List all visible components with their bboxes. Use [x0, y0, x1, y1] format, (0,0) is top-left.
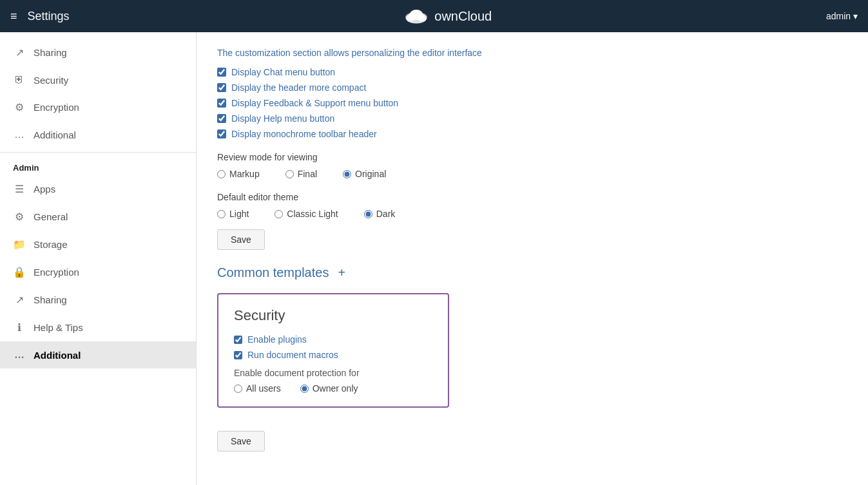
checkbox-help[interactable] — [217, 114, 226, 123]
sidebar-item-general-label: General — [34, 211, 68, 222]
checkbox-enable-plugins[interactable] — [234, 336, 242, 344]
radio-theme-light[interactable] — [217, 210, 226, 218]
sidebar-item-general[interactable]: ⚙ General — [0, 203, 196, 231]
editor-theme-radio-group: Light Classic Light Dark — [217, 209, 847, 219]
radio-theme-dark-label: Dark — [376, 209, 396, 219]
main-content: The customization section allows persona… — [197, 32, 868, 485]
settings-title: Settings — [28, 10, 70, 23]
radio-theme-classic-light[interactable] — [275, 210, 283, 218]
checkbox-feedback[interactable] — [217, 99, 226, 108]
checkbox-row-monochrome: Display monochrome toolbar header — [217, 129, 847, 139]
gear-icon: ⚙ — [13, 101, 26, 113]
add-template-button[interactable]: + — [335, 265, 348, 280]
menu-icon[interactable]: ≡ — [10, 10, 17, 23]
topnav-logo: ownCloud — [403, 7, 492, 25]
customization-checkboxes: Display Chat menu button Display the hea… — [217, 67, 847, 139]
sidebar-divider — [0, 152, 196, 153]
sidebar-item-additional-admin[interactable]: … Additional — [0, 341, 196, 368]
save-button-top[interactable]: Save — [217, 229, 265, 250]
sidebar-item-encryption-label: Encryption — [34, 102, 79, 113]
protection-radio-group: All users Owner only — [234, 383, 432, 394]
share-icon: ↗ — [13, 46, 26, 59]
checkbox-compact-label: Display the header more compact — [231, 82, 366, 93]
sidebar-item-apps[interactable]: ☰ Apps — [0, 175, 196, 203]
sidebar-item-helpandtips-label: Help & Tips — [34, 322, 83, 333]
radio-theme-classic-light-label: Classic Light — [287, 209, 338, 219]
checkbox-compact-header[interactable] — [217, 83, 226, 92]
sidebar-item-additional-admin-label: Additional — [34, 350, 81, 361]
topnav-right: admin ▾ — [826, 11, 858, 21]
sidebar-item-helpandtips[interactable]: ℹ Help & Tips — [0, 314, 196, 341]
checkbox-run-macros[interactable] — [234, 351, 242, 359]
sidebar-item-encryption[interactable]: ⚙ Encryption — [0, 93, 196, 121]
sidebar-item-security[interactable]: ⛨ Security — [0, 66, 196, 93]
checkbox-row-help: Display Help menu button — [217, 113, 847, 124]
sidebar-item-sharing-admin[interactable]: ↗ Sharing — [0, 286, 196, 314]
sidebar-item-sharing-admin-label: Sharing — [34, 294, 67, 305]
sidebar-item-storage[interactable]: 📁 Storage — [0, 231, 196, 258]
security-box-title: Security — [234, 307, 432, 324]
owncloud-logo-icon — [403, 7, 429, 25]
review-radio-original: Original — [343, 169, 386, 179]
security-checkbox-row-plugins: Enable plugins — [234, 334, 432, 345]
apps-icon: ☰ — [13, 183, 26, 195]
sidebar-item-sharing[interactable]: ↗ Sharing — [0, 39, 196, 66]
radio-original[interactable] — [343, 170, 351, 178]
checkbox-chat-label: Display Chat menu button — [231, 67, 335, 77]
radio-final[interactable] — [285, 170, 294, 178]
checkbox-monochrome[interactable] — [217, 129, 226, 138]
radio-all-users-label: All users — [246, 383, 281, 394]
brand-name: ownCloud — [434, 9, 492, 24]
shield-icon: ⛨ — [13, 74, 26, 86]
user-menu[interactable]: admin ▾ — [826, 11, 858, 21]
radio-final-label: Final — [298, 169, 317, 179]
sidebar-item-encryption-admin[interactable]: 🔒 Encryption — [0, 258, 196, 286]
ellipsis-icon: … — [13, 129, 26, 140]
editor-theme-section: Default editor theme Light Classic Light… — [217, 192, 847, 219]
lock-icon: 🔒 — [13, 266, 26, 278]
checkbox-chat[interactable] — [217, 68, 226, 77]
protection-label: Enable document protection for — [234, 368, 432, 378]
info-icon: ℹ — [13, 321, 26, 334]
radio-markup[interactable] — [217, 170, 226, 178]
sidebar-item-storage-label: Storage — [34, 239, 68, 250]
checkbox-help-label: Display Help menu button — [231, 113, 334, 124]
editor-theme-title: Default editor theme — [217, 192, 847, 202]
sidebar: ↗ Sharing ⛨ Security ⚙ Encryption … Addi… — [0, 32, 197, 485]
radio-theme-light-label: Light — [229, 209, 249, 219]
theme-radio-dark: Dark — [364, 209, 396, 219]
radio-all-users[interactable] — [234, 385, 242, 393]
sidebar-item-additional[interactable]: … Additional — [0, 121, 196, 148]
sidebar-item-security-label: Security — [34, 75, 68, 86]
admin-section-label: Admin — [0, 157, 196, 175]
checkbox-row-chat: Display Chat menu button — [217, 67, 847, 77]
security-box: Security Enable plugins Run document mac… — [217, 293, 449, 408]
review-radio-final: Final — [285, 169, 317, 179]
review-mode-section: Review mode for viewing Markup Final Ori… — [217, 152, 847, 179]
intro-text: The customization section allows persona… — [217, 48, 847, 58]
radio-theme-dark[interactable] — [364, 210, 372, 218]
review-radio-markup: Markup — [217, 169, 260, 179]
sidebar-item-sharing-label: Sharing — [34, 47, 67, 58]
protection-radio-owner-only: Owner only — [300, 383, 358, 394]
share-admin-icon: ↗ — [13, 294, 26, 306]
save-button-bottom[interactable]: Save — [217, 431, 265, 452]
sidebar-item-apps-label: Apps — [34, 184, 55, 195]
svg-point-5 — [416, 13, 425, 20]
checkbox-monochrome-label: Display monochrome toolbar header — [231, 129, 377, 139]
checkbox-row-feedback: Display Feedback & Support menu button — [217, 98, 847, 108]
checkbox-run-macros-label: Run document macros — [247, 350, 338, 360]
sidebar-item-additional-label: Additional — [34, 129, 76, 140]
radio-owner-only[interactable] — [300, 385, 309, 393]
layout: ↗ Sharing ⛨ Security ⚙ Encryption … Addi… — [0, 32, 868, 485]
review-mode-title: Review mode for viewing — [217, 152, 847, 162]
review-mode-radio-group: Markup Final Original — [217, 169, 847, 179]
topnav: ≡ Settings ownCloud admin ▾ — [0, 0, 868, 32]
common-templates-title: Common templates — [217, 265, 329, 280]
theme-radio-classic-light: Classic Light — [275, 209, 338, 219]
radio-original-label: Original — [355, 169, 386, 179]
radio-owner-only-label: Owner only — [313, 383, 358, 394]
checkbox-enable-plugins-label: Enable plugins — [247, 334, 307, 345]
radio-markup-label: Markup — [229, 169, 260, 179]
protection-radio-all-users: All users — [234, 383, 281, 394]
